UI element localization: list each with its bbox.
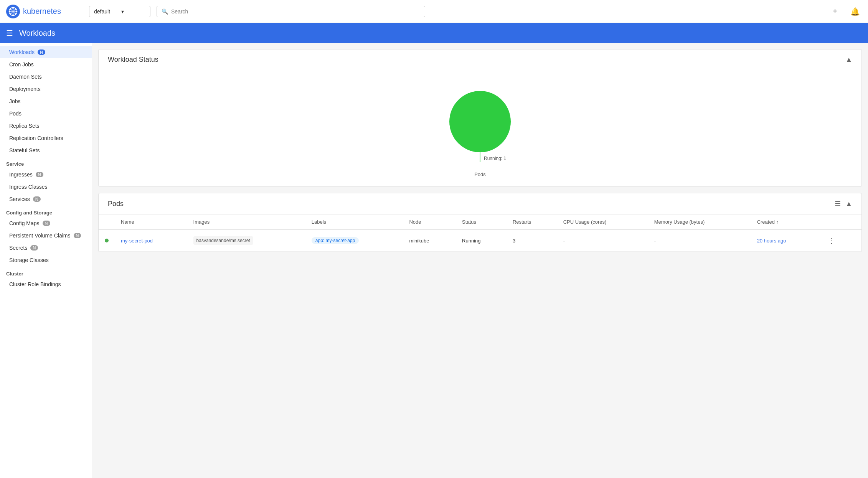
th-name[interactable]: Name: [115, 214, 187, 230]
sidebar-secrets-badge: N: [30, 245, 38, 251]
pod-memory-cell: -: [648, 230, 751, 252]
pod-status-indicator: [99, 230, 115, 252]
pod-node-cell: minikube: [403, 230, 456, 252]
svg-point-8: [16, 11, 17, 12]
sidebar-item-cluster-role-bindings[interactable]: Cluster Role Bindings: [0, 278, 92, 290]
pods-table: Name Images Labels Node Status Restarts …: [99, 214, 861, 252]
svg-point-10: [15, 8, 17, 10]
pod-created-cell: 20 hours ago: [751, 230, 819, 252]
svg-point-7: [9, 11, 10, 12]
sidebar-item-ingress-classes[interactable]: Ingress Classes: [0, 181, 92, 193]
pod-more-button[interactable]: ⋮: [825, 234, 838, 247]
pods-collapse-button[interactable]: ▲: [845, 200, 852, 208]
sidebar-label: Services: [9, 196, 30, 202]
sidebar-label: Pods: [9, 110, 21, 117]
app-title: kubernetes: [23, 7, 61, 16]
th-status: [99, 214, 115, 230]
svg-point-5: [12, 7, 14, 9]
pods-table-header-row: Name Images Labels Node Status Restarts …: [99, 214, 861, 230]
pod-status-cell: Running: [456, 230, 507, 252]
sidebar-label: Replica Sets: [9, 123, 40, 129]
filter-icon[interactable]: ☰: [835, 199, 841, 208]
sidebar-label: Persistent Volume Claims: [9, 232, 71, 239]
hamburger-icon[interactable]: ☰: [6, 28, 13, 38]
notifications-button[interactable]: 🔔: [848, 5, 862, 18]
chart-area: Running: 1 Pods: [99, 70, 861, 186]
svg-text:Running: 1: Running: 1: [484, 156, 506, 161]
sidebar-label: Replication Controllers: [9, 135, 63, 141]
sidebar-item-cron-jobs[interactable]: Cron Jobs: [0, 58, 92, 71]
svg-point-6: [12, 14, 14, 16]
sidebar-item-workloads[interactable]: Workloads N: [0, 46, 92, 58]
collapse-button[interactable]: ▲: [845, 56, 852, 64]
status-dot: [105, 239, 109, 242]
sidebar-item-config-maps[interactable]: Config Maps N: [0, 217, 92, 229]
pods-table-body: my-secret-pod basvandesande/ms secret ap…: [99, 230, 861, 252]
sidebar-item-stateful-sets[interactable]: Stateful Sets: [0, 144, 92, 157]
namespace-value: default: [94, 8, 118, 15]
topbar-right: + 🔔: [828, 5, 862, 18]
sidebar-item-deployments[interactable]: Deployments: [0, 83, 92, 95]
nav-header: ☰ Workloads: [0, 23, 868, 43]
sidebar-item-ingresses[interactable]: Ingresses N: [0, 168, 92, 181]
sidebar-label: Stateful Sets: [9, 147, 40, 153]
search-input[interactable]: [171, 8, 420, 15]
pods-card: Pods ☰ ▲ Name Images Labels Node Status …: [98, 193, 862, 252]
logo-area: kubernetes: [6, 5, 83, 18]
sidebar-item-replica-sets[interactable]: Replica Sets: [0, 120, 92, 132]
pod-name-cell: my-secret-pod: [115, 230, 187, 252]
config-section-header: Config and Storage: [0, 205, 92, 217]
sidebar-item-pods[interactable]: Pods: [0, 107, 92, 120]
pod-restarts-cell: 3: [507, 230, 557, 252]
pod-actions-cell: ⋮: [818, 230, 861, 252]
sidebar-label: Config Maps: [9, 220, 40, 226]
layout: Workloads N Cron Jobs Daemon Sets Deploy…: [0, 43, 868, 478]
pod-created-link[interactable]: 20 hours ago: [757, 238, 786, 244]
th-node: Node: [403, 214, 456, 230]
th-images: Images: [187, 214, 305, 230]
sidebar-item-jobs[interactable]: Jobs: [0, 95, 92, 107]
sidebar-item-services[interactable]: Services N: [0, 193, 92, 205]
sidebar-pvc-badge: N: [74, 233, 81, 238]
svg-point-11: [10, 13, 12, 15]
sidebar-item-storage-classes[interactable]: Storage Classes: [0, 254, 92, 266]
sidebar-label: Secrets: [9, 245, 27, 251]
sidebar-label: Daemon Sets: [9, 74, 42, 80]
sidebar-label: Cron Jobs: [9, 61, 34, 68]
pod-name-link[interactable]: my-secret-pod: [121, 238, 153, 244]
sidebar-label: Jobs: [9, 98, 21, 104]
pods-toolbar: ☰ ▲: [835, 199, 852, 208]
sidebar-item-secrets[interactable]: Secrets N: [0, 242, 92, 254]
nav-title: Workloads: [19, 29, 55, 38]
th-labels: Labels: [305, 214, 403, 230]
sidebar-ingresses-badge: N: [36, 172, 43, 177]
cluster-section-header: Cluster: [0, 266, 92, 278]
sidebar-workloads-badge: N: [38, 49, 45, 55]
search-bar[interactable]: 🔍: [157, 6, 425, 17]
pods-donut-chart: Running: 1: [438, 79, 522, 179]
sidebar-item-daemon-sets[interactable]: Daemon Sets: [0, 71, 92, 83]
sidebar-services-badge: N: [33, 196, 41, 202]
sidebar-label: Ingresses: [9, 171, 33, 178]
pod-label-chip: app: my-secret-app: [312, 237, 359, 244]
sidebar-label: Storage Classes: [9, 257, 49, 263]
sidebar-item-persistent-volume-claims[interactable]: Persistent Volume Claims N: [0, 229, 92, 242]
topbar: kubernetes default ▾ 🔍 + 🔔: [0, 0, 868, 23]
sidebar-label: Cluster Role Bindings: [9, 281, 61, 287]
th-memory: Memory Usage (bytes): [648, 214, 751, 230]
sidebar-workloads-label: Workloads: [9, 49, 35, 55]
pods-chart: Running: 1 Pods: [438, 79, 522, 177]
sidebar-label: Deployments: [9, 86, 41, 92]
kubernetes-logo: [6, 5, 20, 18]
search-icon: 🔍: [162, 8, 168, 15]
sidebar-item-replication-controllers[interactable]: Replication Controllers: [0, 132, 92, 144]
pods-header: Pods ☰ ▲: [99, 193, 861, 214]
service-section-header: Service: [0, 157, 92, 168]
th-actions: [818, 214, 861, 230]
th-created[interactable]: Created ↑: [751, 214, 819, 230]
dropdown-arrow-icon: ▾: [121, 8, 145, 15]
add-button[interactable]: +: [828, 5, 842, 18]
pod-image-chip: basvandesande/ms secret: [193, 236, 253, 245]
th-status-col: Status: [456, 214, 507, 230]
namespace-selector[interactable]: default ▾: [89, 6, 150, 17]
